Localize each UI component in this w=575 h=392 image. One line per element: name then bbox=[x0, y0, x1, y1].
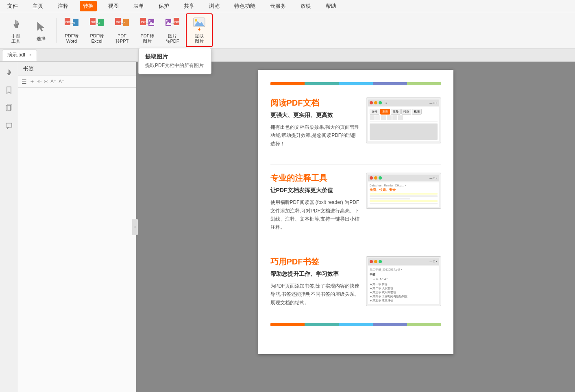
color-seg-purple bbox=[373, 82, 407, 85]
color-seg-orange bbox=[270, 82, 305, 85]
thumb-tool-6 bbox=[398, 115, 403, 120]
thumb-filename-3: 员工手册_20120917.pdf × bbox=[370, 268, 438, 272]
color-seg-teal bbox=[305, 82, 339, 85]
thumb-highlight-line-2 bbox=[370, 200, 438, 202]
svg-point-21 bbox=[149, 20, 150, 22]
hand-tool-button[interactable]: 手型工具 bbox=[4, 15, 28, 45]
menu-convert[interactable]: 转换 bbox=[80, 1, 97, 11]
pdf-page: 阅读PDF文档 更强大、更实用、更高效 拥有出色的文档渲染效果,强大的页面管理功… bbox=[258, 70, 453, 354]
bookmark-area bbox=[18, 88, 136, 392]
pdf-color-bar-bottom bbox=[270, 323, 441, 326]
panel-list-icon[interactable]: ☰ bbox=[22, 78, 27, 85]
panel-add-icon[interactable]: ＋ bbox=[29, 78, 35, 85]
select-tool-label: 选择 bbox=[37, 36, 46, 41]
svg-text:PDF: PDF bbox=[174, 21, 179, 23]
panel-scissors-icon[interactable]: ✄ bbox=[44, 79, 48, 84]
thumb-body-line-1 bbox=[370, 195, 438, 197]
thumb-tool-3 bbox=[381, 115, 386, 120]
thumb-dot-yellow bbox=[374, 101, 377, 104]
pdf-to-img-button[interactable]: PDF → PDF转图片 bbox=[135, 15, 159, 45]
pdf-to-ppt-button[interactable]: PDF → P PDF转PPT bbox=[110, 15, 134, 45]
pdf-section-2-text: 使用福昕PDF阅读器 (foxit reader) 为PDF文件添加注释,可对P… bbox=[270, 198, 360, 232]
select-tool-button[interactable]: 选择 bbox=[29, 15, 53, 45]
thumb-tab-home: 主页 bbox=[380, 109, 390, 115]
pdf-to-ppt-icon: PDF → P bbox=[114, 17, 130, 32]
pdf-section-3: 巧用PDF书签 帮助您提升工作、学习效率 为PDF页面添加书签,除了实现内容的快… bbox=[270, 256, 441, 307]
sidebar-pages-icon[interactable] bbox=[2, 101, 16, 115]
pdf-to-word-button[interactable]: PDF → W PDF转Word bbox=[60, 15, 83, 45]
pdf-section-1: 阅读PDF文档 更强大、更实用、更高效 拥有出色的文档渲染效果,强大的页面管理功… bbox=[270, 97, 441, 148]
thumb-filename-2: Datasheet_Reader_CH.o... × bbox=[370, 184, 438, 187]
thumb-bar-2: — □ × bbox=[368, 175, 439, 181]
extract-img-highlight-box: 提取图片 bbox=[186, 13, 213, 47]
menu-help[interactable]: 帮助 bbox=[322, 1, 340, 11]
pdf-tab[interactable]: 演示.pdf × bbox=[2, 50, 37, 61]
thumb-tab-view: 视图 bbox=[412, 109, 422, 115]
menu-home[interactable]: 主页 bbox=[29, 1, 46, 11]
pdf-color-bar bbox=[270, 82, 441, 85]
thumb-tab-conv: 转换 bbox=[401, 109, 411, 115]
menu-bar: 文件 主页 注释 转换 视图 表单 保护 共享 浏览 特色功能 云服务 放映 帮… bbox=[0, 0, 575, 12]
menu-slideshow[interactable]: 放映 bbox=[297, 1, 314, 11]
collapse-panel-button[interactable]: ‹ bbox=[132, 219, 138, 235]
menu-file[interactable]: 文件 bbox=[4, 1, 21, 11]
thumb-highlight-line-1 bbox=[370, 193, 438, 195]
bm-item-2: ▸ 第二章 入职管理 bbox=[370, 286, 438, 290]
thumb-dot-red bbox=[370, 101, 373, 104]
menu-annotation[interactable]: 注释 bbox=[54, 1, 72, 11]
img-to-pdf-label: 图片转PDF bbox=[166, 33, 179, 44]
svg-text:W: W bbox=[73, 22, 75, 24]
bm-item-5: ▸ 第五章 绩效评价 bbox=[370, 299, 438, 303]
menu-browse[interactable]: 浏览 bbox=[206, 1, 223, 11]
pdf-to-excel-label: PDF转Excel bbox=[90, 33, 104, 44]
left-panel-toolbar: ☰ ＋ ✏ ✄ A⁺ A⁻ bbox=[18, 76, 136, 88]
thumb-dot-red-2 bbox=[370, 176, 373, 180]
tab-label: 演示.pdf bbox=[7, 52, 25, 58]
bm-item-4: ▸ 第四章 工作时间与勤勤制度 bbox=[370, 295, 438, 299]
tooltip-desc: 提取PDF文档中的所有图片 bbox=[145, 62, 205, 69]
tab-close-button[interactable]: × bbox=[29, 53, 32, 57]
extract-img-button[interactable]: 提取图片 bbox=[187, 15, 211, 45]
thumb-body-line-2 bbox=[370, 198, 410, 199]
pdf-section-1-text: 拥有出色的文档渲染效果,强大的页面管理功能,帮助提升效率,是您阅读PDF的理想选… bbox=[270, 123, 360, 148]
menu-cloud[interactable]: 云服务 bbox=[267, 1, 289, 11]
thumb-dot-yellow-2 bbox=[374, 176, 377, 180]
tab-bar: 演示.pdf × bbox=[0, 49, 575, 62]
thumb-window-controls-2: — □ × bbox=[429, 177, 437, 180]
sidebar-comment-icon[interactable] bbox=[2, 119, 16, 133]
thumb-window-controls-3: — □ × bbox=[429, 260, 437, 263]
sidebar-hand-icon[interactable] bbox=[2, 65, 16, 80]
panel-edit-icon[interactable]: ✏ bbox=[37, 79, 41, 84]
thumb-bm-icon-2: + bbox=[373, 277, 375, 281]
pdf-to-excel-button[interactable]: PDF → X PDF转Excel bbox=[85, 15, 109, 45]
thumb-tool-1 bbox=[370, 115, 375, 120]
menu-share[interactable]: 共享 bbox=[181, 1, 198, 11]
pdf-to-img-icon: PDF → bbox=[139, 17, 155, 32]
sidebar-bookmark-icon[interactable] bbox=[2, 83, 16, 97]
thumb-tab-bar-1: 文件 主页 注释 转换 视图 bbox=[370, 109, 438, 115]
thumb-body-line-3 bbox=[370, 203, 438, 204]
thumb-app-name: G bbox=[385, 101, 387, 105]
menu-form[interactable]: 表单 bbox=[130, 1, 147, 11]
color-seg-bottom-green bbox=[407, 323, 441, 326]
menu-view[interactable]: 视图 bbox=[105, 1, 122, 11]
sidebar bbox=[0, 62, 18, 392]
pdf-section-2-title: 专业的注释工具 bbox=[270, 173, 360, 184]
pdf-section-3-subtitle: 帮助您提升工作、学习效率 bbox=[270, 271, 360, 278]
pdf-view-area[interactable]: 阅读PDF文档 更强大、更实用、更高效 拥有出色的文档渲染效果,强大的页面管理功… bbox=[136, 62, 575, 392]
thumb-bar-1: G — □ × bbox=[368, 100, 439, 106]
pdf-to-img-label: PDF转图片 bbox=[141, 33, 154, 44]
menu-protect[interactable]: 保护 bbox=[155, 1, 172, 11]
tooltip-extract-img: 提取图片 提取PDF文档中的所有图片 bbox=[138, 48, 211, 74]
menu-feature[interactable]: 特色功能 bbox=[231, 1, 259, 11]
img-to-pdf-button[interactable]: → PDF 图片转PDF bbox=[161, 15, 184, 45]
pdf-section-3-title: 巧用PDF书签 bbox=[270, 256, 360, 267]
panel-font-smaller-icon[interactable]: A⁻ bbox=[59, 79, 64, 84]
color-seg-green bbox=[407, 82, 441, 85]
toolbar-divider-1 bbox=[56, 18, 57, 43]
bm-item-3: ▸ 第三章 试用期管理 bbox=[370, 290, 438, 295]
pdf-thumbnail-1: G — □ × 文件 主页 注释 转换 视图 bbox=[366, 97, 441, 143]
pdf-to-word-label: PDF转Word bbox=[65, 33, 78, 44]
panel-font-larger-icon[interactable]: A⁺ bbox=[50, 79, 56, 84]
thumb-bm-icon-4: A⁺ bbox=[379, 277, 383, 281]
